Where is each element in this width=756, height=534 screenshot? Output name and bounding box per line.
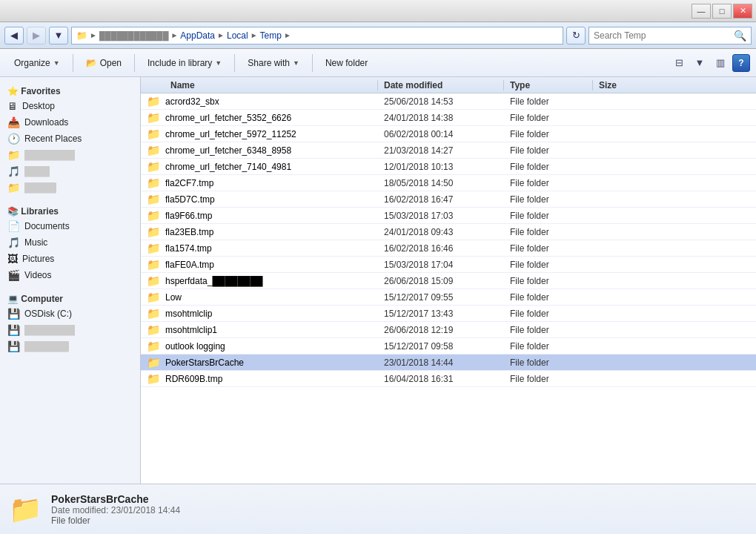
table-row[interactable]: 📁 fla1574.tmp 16/02/2018 16:46 File fold… xyxy=(141,240,756,257)
sidebar-item-label: Documents xyxy=(24,221,70,231)
refresh-button[interactable]: ↻ xyxy=(566,27,586,44)
col-name-header[interactable]: Name xyxy=(141,80,378,90)
file-type-cell: File folder xyxy=(504,292,593,303)
file-type-cell: File folder xyxy=(504,129,593,139)
back-button[interactable]: ◀ xyxy=(4,27,24,44)
table-row[interactable]: 📁 chrome_url_fetcher_6348_8958 21/03/201… xyxy=(141,142,756,159)
table-row[interactable]: 📁 chrome_url_fetcher_5352_6626 24/01/201… xyxy=(141,110,756,126)
search-box[interactable]: 🔍 xyxy=(588,27,752,44)
column-header: Name Date modified Type Size xyxy=(141,77,756,93)
folder-icon: 📁 xyxy=(147,225,161,239)
toolbar-separator-1 xyxy=(73,54,73,72)
col-date-header[interactable]: Date modified xyxy=(378,80,504,90)
desktop-icon: 🖥 xyxy=(7,100,18,112)
maximize-button[interactable]: □ xyxy=(712,4,732,19)
sidebar-item-label: ████████ xyxy=(24,325,75,335)
table-row[interactable]: 📁 msohtmlclip 15/12/2017 13:43 File fold… xyxy=(141,306,756,322)
table-row[interactable]: 📁 RDR609B.tmp 16/04/2018 16:31 File fold… xyxy=(141,371,756,387)
include-in-library-button[interactable]: Include in library ▼ xyxy=(139,53,230,73)
folder-icon: 📁 xyxy=(147,242,161,255)
share-with-button[interactable]: Share with ▼ xyxy=(239,53,308,73)
table-row[interactable]: 📁 hsperfdata_████████ 26/06/2018 15:09 F… xyxy=(141,273,756,289)
breadcrumb[interactable]: 📁 ► ████████████ ► AppData ► Local ► Tem… xyxy=(71,27,563,44)
table-row[interactable]: 📁 flaFE0A.tmp 15/03/2018 17:04 File fold… xyxy=(141,257,756,273)
share-dropdown-arrow: ▼ xyxy=(293,59,299,67)
file-name: Low xyxy=(165,292,182,303)
breadcrumb-sep5: ► xyxy=(284,31,291,39)
table-row[interactable]: 📁 fla9F66.tmp 15/03/2018 17:03 File fold… xyxy=(141,208,756,224)
file-name-cell: 📁 hsperfdata_████████ xyxy=(141,274,378,288)
sidebar-item-blurred1[interactable]: 📁 ████████ xyxy=(0,147,140,163)
sidebar-item-documents[interactable]: 📄 Documents xyxy=(0,218,140,234)
organize-button[interactable]: Organize ▼ xyxy=(6,53,68,73)
help-button[interactable]: ? xyxy=(732,54,750,72)
table-row[interactable]: 📁 chrome_url_fetcher_7140_4981 12/01/201… xyxy=(141,159,756,175)
file-name: fla5D7C.tmp xyxy=(165,194,215,205)
table-row[interactable]: 📁 fla23EB.tmp 24/01/2018 09:43 File fold… xyxy=(141,224,756,240)
file-name: hsperfdata_████████ xyxy=(165,276,262,286)
table-row[interactable]: 📁 msohtmlclip1 26/06/2018 12:19 File fol… xyxy=(141,322,756,338)
sidebar-item-osdisk[interactable]: 💾 OSDisk (C:) xyxy=(0,306,140,322)
sidebar-item-blurred2[interactable]: 🎵 ████ xyxy=(0,163,140,179)
breadcrumb-sep3: ► xyxy=(217,31,225,39)
sidebar-item-downloads[interactable]: 📥 Downloads xyxy=(0,114,140,131)
file-name: flaFE0A.tmp xyxy=(165,260,214,270)
search-icon[interactable]: 🔍 xyxy=(734,30,746,42)
open-button[interactable]: 📂 Open xyxy=(78,53,130,73)
file-date-cell: 15/03/2018 17:04 xyxy=(378,260,504,270)
table-row[interactable]: 📁 fla5D7C.tmp 16/02/2018 16:47 File fold… xyxy=(141,191,756,208)
sidebar-item-label: ███████ xyxy=(24,341,69,352)
file-name: msohtmlclip xyxy=(165,309,212,319)
table-row[interactable]: 📁 acrord32_sbx 25/06/2018 14:53 File fol… xyxy=(141,93,756,110)
view-dropdown-button[interactable]: ▼ xyxy=(691,54,709,72)
file-name-cell: 📁 chrome_url_fetcher_5352_6626 xyxy=(141,111,378,125)
col-type-header[interactable]: Type xyxy=(504,80,593,90)
status-selected-meta: Date modified: 23/01/2018 14:44 xyxy=(51,505,180,515)
table-row[interactable]: 📁 fla2CF7.tmp 18/05/2018 14:50 File fold… xyxy=(141,175,756,191)
sidebar-item-drive2[interactable]: 💾 ████████ xyxy=(0,322,140,338)
file-name: chrome_url_fetcher_7140_4981 xyxy=(165,162,291,172)
file-name-cell: 📁 msohtmlclip xyxy=(141,307,378,320)
dropdown-button[interactable]: ▼ xyxy=(49,27,68,44)
file-date-cell: 24/01/2018 09:43 xyxy=(378,227,504,237)
sidebar-item-drive3[interactable]: 💾 ███████ xyxy=(0,338,140,355)
toolbar-separator-3 xyxy=(234,54,235,72)
recent-places-icon: 🕐 xyxy=(7,133,20,145)
table-row[interactable]: 📁 PokerStarsBrCache 23/01/2018 14:44 Fil… xyxy=(141,355,756,371)
main-area: ⭐ Favorites 🖥 Desktop 📥 Downloads 🕐 Rece… xyxy=(0,77,756,484)
folder-icon: 📁 xyxy=(147,356,161,369)
table-row[interactable]: 📁 outlook logging 15/12/2017 09:58 File … xyxy=(141,338,756,355)
file-type-cell: File folder xyxy=(504,309,593,319)
breadcrumb-appdata[interactable]: AppData xyxy=(180,30,215,41)
file-date-cell: 23/01/2018 14:44 xyxy=(378,357,504,368)
file-date-cell: 16/02/2018 16:46 xyxy=(378,243,504,254)
status-folder-icon: 📁 xyxy=(9,494,42,525)
search-input[interactable] xyxy=(594,30,734,41)
sidebar-item-pictures[interactable]: 🖼 Pictures xyxy=(0,251,140,267)
file-date-cell: 15/03/2018 17:03 xyxy=(378,211,504,221)
sidebar-item-music[interactable]: 🎵 Music xyxy=(0,234,140,251)
table-row[interactable]: 📁 chrome_url_fetcher_5972_11252 06/02/20… xyxy=(141,126,756,142)
sidebar-item-desktop[interactable]: 🖥 Desktop xyxy=(0,98,140,114)
pictures-icon: 🖼 xyxy=(7,253,18,265)
sidebar-item-blurred3[interactable]: 📁 █████ xyxy=(0,179,140,196)
file-name-cell: 📁 fla9F66.tmp xyxy=(141,209,378,222)
sidebar-item-recent-places[interactable]: 🕐 Recent Places xyxy=(0,131,140,147)
minimize-button[interactable]: — xyxy=(692,4,711,19)
sidebar-item-label: Videos xyxy=(24,270,51,280)
sidebar: ⭐ Favorites 🖥 Desktop 📥 Downloads 🕐 Rece… xyxy=(0,77,141,484)
breadcrumb-temp[interactable]: Temp xyxy=(260,30,282,41)
breadcrumb-local[interactable]: Local xyxy=(227,30,248,41)
new-folder-button[interactable]: New folder xyxy=(317,53,376,73)
drive2-icon: 💾 xyxy=(7,324,20,336)
sidebar-item-label: Pictures xyxy=(22,254,54,264)
sidebar-item-videos[interactable]: 🎬 Videos xyxy=(0,267,140,283)
file-type-cell: File folder xyxy=(504,357,593,368)
preview-pane-button[interactable]: ▥ xyxy=(712,54,729,72)
blurred2-icon: 🎵 xyxy=(7,165,20,177)
sidebar-item-label: OSDisk (C:) xyxy=(24,309,72,319)
table-row[interactable]: 📁 Low 15/12/2017 09:55 File folder xyxy=(141,289,756,306)
col-size-header[interactable]: Size xyxy=(593,80,756,90)
view-details-button[interactable]: ⊟ xyxy=(670,54,688,72)
close-button[interactable]: ✕ xyxy=(733,4,752,19)
